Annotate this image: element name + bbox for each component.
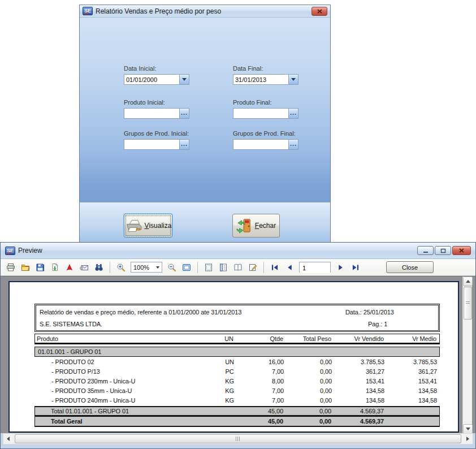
produto-final-field[interactable]: ... xyxy=(233,108,298,119)
find-icon[interactable] xyxy=(94,262,104,273)
chevron-down-icon[interactable] xyxy=(288,75,298,84)
last-page-icon[interactable] xyxy=(350,262,360,273)
cell-vr-vendido: 3.785,53 xyxy=(335,359,387,365)
report-grand-total-row: Total Geral 45,00 0,00 4.569,37 xyxy=(34,416,440,427)
visualiza-button[interactable]: Visualiza xyxy=(124,214,172,238)
cell-vr-medio: 3.785,53 xyxy=(387,359,440,365)
close-icon[interactable] xyxy=(452,246,471,255)
horizontal-scrollbar-track[interactable] xyxy=(13,434,463,444)
pdf-icon[interactable] xyxy=(64,262,75,273)
zoom-level-value: 100% xyxy=(133,264,149,271)
page-number-box[interactable] xyxy=(299,262,331,273)
full-page-view-icon[interactable] xyxy=(181,262,192,273)
zoom-in-icon[interactable] xyxy=(116,262,126,273)
horizontal-scrollbar-thumb[interactable] xyxy=(15,434,461,443)
report-company: S.E. SISTEMAS LTDA. xyxy=(40,321,345,327)
cell-total-peso: 0,00 xyxy=(287,368,335,375)
maximize-icon[interactable] xyxy=(435,246,451,255)
export-icon[interactable] xyxy=(50,262,60,273)
report-row: - PRODUTO 240mm - Unica-U KG 7,00 0,00 1… xyxy=(34,395,440,405)
thumbnails-view-icon[interactable] xyxy=(218,262,228,273)
col-qtde: Qtde xyxy=(244,335,286,342)
cell-vr-medio: 134,58 xyxy=(387,397,440,404)
first-page-icon[interactable] xyxy=(270,262,280,273)
report-group-total-row: Total 01.01.001 - GRUPO 01 45,00 0,00 4.… xyxy=(34,406,440,416)
cell-produto: - PRODUTO 02 xyxy=(34,359,215,365)
preview-title: Preview xyxy=(18,247,414,254)
cell-qtde: 16,00 xyxy=(244,359,287,365)
save-icon[interactable] xyxy=(35,262,45,273)
data-inicial-combobox[interactable] xyxy=(124,74,189,85)
edit-page-icon[interactable] xyxy=(248,262,258,273)
scroll-left-icon[interactable] xyxy=(3,434,13,444)
cell-vr-vendido: 134,58 xyxy=(335,397,387,404)
data-final-combobox[interactable] xyxy=(233,74,298,85)
col-vr-vendido: Vr Vendido xyxy=(334,335,387,342)
vertical-scrollbar-thumb[interactable] xyxy=(464,287,472,320)
ellipsis-lookup-icon[interactable]: ... xyxy=(179,109,189,118)
app-logo-icon: SE xyxy=(5,247,15,255)
cell-vr-vendido: 153,41 xyxy=(335,378,387,385)
report-title: Relatório de vendas e preço médio, refer… xyxy=(40,309,345,316)
dialog-titlebar[interactable]: SE Relatório Vendas e Preço médio por pe… xyxy=(80,5,330,18)
preview-close-button[interactable]: Close xyxy=(386,261,434,273)
data-inicial-label: Data Inicial: xyxy=(124,65,156,72)
screen: SE Relatório Vendas e Preço médio por pe… xyxy=(0,0,476,449)
chevron-down-icon[interactable] xyxy=(179,75,189,84)
produto-inicial-input[interactable] xyxy=(124,109,179,118)
cell-un: KG xyxy=(215,378,244,385)
page-setup-icon[interactable] xyxy=(204,262,214,273)
open-file-icon[interactable] xyxy=(20,262,31,273)
preview-toolbar: 100% xyxy=(1,259,475,276)
zoom-out-icon[interactable] xyxy=(167,262,177,273)
cell-total-peso: 0,00 xyxy=(286,408,334,415)
page-number-input[interactable] xyxy=(300,264,330,273)
cell-vr-medio: 361,27 xyxy=(387,368,440,375)
horizontal-scrollbar[interactable] xyxy=(3,433,473,444)
ellipsis-lookup-icon[interactable]: ... xyxy=(288,109,298,118)
ellipsis-lookup-icon[interactable]: ... xyxy=(288,140,298,149)
next-page-icon[interactable] xyxy=(335,262,345,273)
cell-total-peso: 0,00 xyxy=(287,359,335,365)
report-row: - PRODUTO 35mm - Unica-U KG 7,00 0,00 13… xyxy=(34,386,440,395)
grupos-final-input[interactable] xyxy=(233,140,288,149)
cell-produto: - PRODUTO 230mm - Unica-U xyxy=(34,378,215,385)
zoom-level-select[interactable]: 100% xyxy=(131,262,162,273)
scroll-right-icon[interactable] xyxy=(463,434,473,444)
printer-icon xyxy=(125,218,142,233)
cell-vr-vendido: 361,27 xyxy=(335,368,387,375)
minimize-icon[interactable] xyxy=(417,246,434,255)
dialog-body: Data Inicial: Data Final: Produto Inicia… xyxy=(80,18,330,202)
ellipsis-lookup-icon[interactable]: ... xyxy=(179,140,189,149)
email-icon[interactable] xyxy=(79,262,89,273)
cell-vr-vendido: 4.569,37 xyxy=(334,408,387,415)
cell-qtde: 7,00 xyxy=(244,397,287,404)
toolbar-separator xyxy=(263,262,264,273)
previous-page-icon[interactable] xyxy=(284,262,295,273)
scroll-up-icon[interactable] xyxy=(463,277,473,286)
cell-qtde: 7,00 xyxy=(244,368,287,375)
fechar-button[interactable]: Fechar xyxy=(232,214,280,238)
produto-final-input[interactable] xyxy=(233,109,288,118)
grupos-inicial-field[interactable]: ... xyxy=(124,139,189,150)
vertical-scrollbar[interactable] xyxy=(462,277,472,433)
produto-inicial-field[interactable]: ... xyxy=(124,108,189,119)
facing-pages-icon[interactable] xyxy=(233,262,243,273)
scroll-down-icon[interactable] xyxy=(463,424,473,433)
report-params-dialog: SE Relatório Vendas e Preço médio por pe… xyxy=(79,5,331,242)
data-inicial-input[interactable] xyxy=(124,75,179,84)
cell-total-peso: 0,00 xyxy=(287,387,335,394)
close-icon[interactable] xyxy=(311,7,327,16)
cell-un: KG xyxy=(215,397,244,404)
preview-titlebar[interactable]: SE Preview xyxy=(1,243,475,259)
grupos-inicial-input[interactable] xyxy=(124,140,179,149)
report-date: Data.: 25/01/2013 xyxy=(345,309,435,316)
report-header-box: Relatório de vendas e preço médio, refer… xyxy=(34,304,440,332)
toolbar-separator xyxy=(197,262,198,273)
data-final-label: Data Final: xyxy=(233,65,263,72)
print-icon[interactable] xyxy=(6,262,16,273)
data-final-input[interactable] xyxy=(233,75,288,84)
dialog-footer: Visualiza Fechar xyxy=(80,202,330,242)
cell-qtde: 45,00 xyxy=(244,418,286,425)
grupos-final-field[interactable]: ... xyxy=(233,139,298,150)
